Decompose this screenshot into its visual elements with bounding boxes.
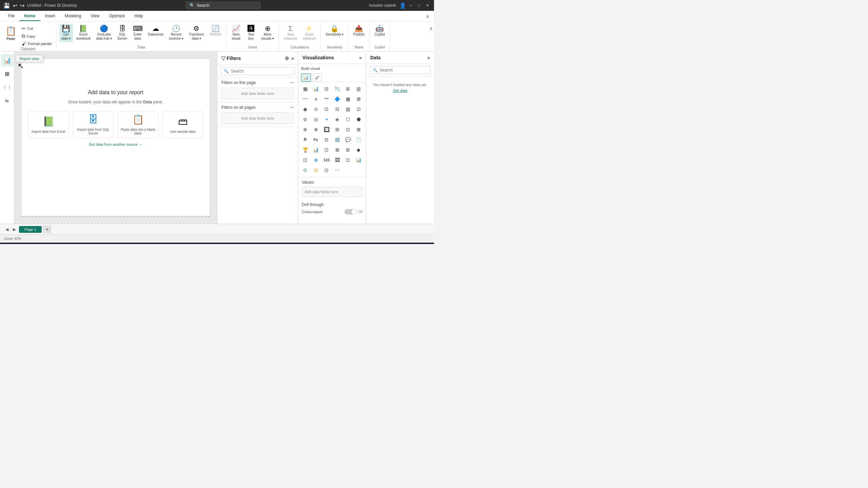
user-avatar-icon[interactable]: 👤 — [399, 2, 406, 9]
viz-custom1[interactable]: ⊡ — [322, 165, 331, 175]
cut-button[interactable]: ✂ Cut — [20, 25, 54, 32]
viz-globe[interactable]: ⊕ — [311, 155, 321, 165]
filter-options-icon[interactable]: ⚙ — [285, 56, 289, 61]
viz-donut[interactable]: ⊡ — [322, 104, 331, 114]
viz-filled-map[interactable]: ⊡ — [354, 104, 363, 114]
sidebar-item-dax[interactable]: fx — [1, 95, 13, 107]
publish-button[interactable]: 📤 Publish — [351, 24, 367, 38]
add-page-button[interactable]: + — [43, 225, 51, 233]
build-visual-tab-chart[interactable]: 📊 — [301, 74, 311, 82]
redo-icon[interactable]: ↪ — [20, 2, 24, 9]
minimize-button[interactable]: ─ — [410, 3, 414, 8]
more-visuals-button[interactable]: ⊕ Morevisuals ▾ — [259, 24, 276, 42]
viz-image[interactable]: 🖼 — [333, 155, 342, 165]
quick-measure-button[interactable]: ⚡ Quickmeasure — [300, 24, 318, 42]
viz-grid[interactable]: ⊡ — [343, 155, 353, 165]
ribbon-expand-icon[interactable]: ∧ — [428, 24, 434, 33]
sidebar-item-table[interactable]: ⊞ — [1, 68, 13, 80]
data-search-box[interactable]: 🔍 — [370, 66, 431, 74]
viz-histogram[interactable]: 📊 — [311, 145, 321, 155]
viz-stacked-col[interactable]: 📉 — [333, 84, 342, 94]
viz-treemap[interactable]: ⊟ — [333, 104, 342, 114]
title-search-box[interactable]: 🔍 Search — [186, 2, 260, 9]
save-icon[interactable]: 💾 — [3, 2, 10, 9]
viz-100-bar[interactable]: ⊟ — [322, 84, 331, 94]
tab-file[interactable]: File — [3, 12, 19, 21]
get-data-button[interactable]: 💾 Getdata ▾ — [59, 24, 73, 42]
transform-data-button[interactable]: ⚙ Transformdata ▾ — [187, 24, 206, 42]
viz-timeline[interactable]: ⊞ — [343, 145, 353, 155]
viz-narrativebi[interactable]: ⊟ — [322, 135, 331, 144]
viz-pie[interactable]: ⊙ — [311, 104, 321, 114]
viz-smart-narrative[interactable]: ⬡ — [343, 115, 353, 124]
filters-on-page-dropzone[interactable]: Add data fields here — [221, 88, 294, 99]
new-measure-button[interactable]: Σ Newmeasure — [282, 24, 299, 42]
copy-button[interactable]: ⧉ Copy — [20, 33, 54, 40]
filters-search-input[interactable] — [231, 69, 292, 74]
tab-view[interactable]: View — [86, 12, 104, 21]
viz-stacked-bar[interactable]: ▦ — [300, 84, 310, 94]
viz-paginated[interactable]: ⬟ — [354, 115, 363, 124]
paste-data-card[interactable]: 📋 Paste data into a blank table — [118, 111, 158, 138]
viz-kpi[interactable]: ⊞ — [333, 125, 342, 134]
collapse-ribbon-icon[interactable]: ∧ — [425, 12, 431, 20]
sql-server-button[interactable]: 🗄 SQLServer — [115, 24, 129, 42]
viz-scatter[interactable]: ◉ — [300, 104, 310, 114]
viz-ribbon[interactable]: 🔷 — [333, 94, 342, 104]
viz-clustered-col[interactable]: ⊞ — [343, 84, 353, 94]
filter-expand-icon[interactable]: » — [291, 56, 294, 61]
tab-help[interactable]: Help — [130, 12, 148, 21]
copilot-button[interactable]: 🤖 Copilot — [372, 24, 387, 38]
viz-azure-map[interactable]: ⊘ — [300, 115, 310, 124]
viz-zig[interactable]: ⊡ — [300, 155, 310, 165]
data-search-input[interactable] — [380, 68, 431, 73]
viz-card[interactable]: ⊗ — [311, 125, 321, 134]
undo-icon[interactable]: ↩ — [13, 2, 17, 9]
sample-data-card[interactable]: 🗃 Use sample data — [162, 111, 203, 138]
viz-qa[interactable]: ◈ — [333, 115, 342, 124]
viz-matrix[interactable]: ⊠ — [354, 125, 363, 134]
viz-area[interactable]: ∧ — [311, 94, 321, 104]
dataverse-button[interactable]: ☁ Dataverse — [146, 24, 166, 38]
viz-decomp-tree[interactable]: ◎ — [311, 115, 321, 124]
maximize-button[interactable]: □ — [418, 3, 422, 8]
viz-r-script[interactable]: R — [300, 135, 310, 144]
viz-line-col[interactable]: 〜 — [322, 94, 331, 104]
text-box-button[interactable]: 🅰 Textbox — [244, 24, 258, 42]
recent-sources-button[interactable]: 🕐 Recentsources ▾ — [167, 24, 185, 42]
sidebar-item-model[interactable]: ⋮⋮ — [1, 81, 13, 94]
viz-123[interactable]: 123 — [322, 155, 331, 165]
close-button[interactable]: ✕ — [426, 3, 431, 8]
filters-search-box[interactable]: 🔍 — [221, 67, 295, 75]
new-visual-button[interactable]: 📈 Newvisual — [229, 24, 243, 42]
viz-word-cloud[interactable]: 🔡 — [333, 135, 342, 144]
viz-map[interactable]: ▨ — [343, 104, 353, 114]
viz-circle[interactable]: ⊙ — [300, 165, 310, 175]
report-canvas[interactable]: Add data to your report Once loaded, you… — [21, 58, 210, 217]
viz-sunburst[interactable]: ⊟ — [311, 165, 321, 175]
enter-data-button[interactable]: ⌨ Enterdata — [131, 24, 145, 42]
values-dropzone[interactable]: Add data fields here — [302, 187, 362, 197]
refresh-button[interactable]: 🔄 Refresh — [208, 24, 223, 38]
data-panel-expand-icon[interactable]: » — [427, 55, 430, 60]
viz-sparkline[interactable]: 📊 — [354, 155, 363, 165]
viz-key-influencers[interactable]: 🔹 — [322, 115, 331, 124]
get-data-link-data[interactable]: Get data — [393, 88, 407, 93]
viz-tooltip[interactable]: 💬 — [343, 135, 353, 144]
viz-100-col[interactable]: ▥ — [354, 84, 363, 94]
import-excel-card[interactable]: 📗 Import data from Excel — [28, 111, 69, 138]
onelake-hub-button[interactable]: 🔵 OneLakedata hub ▾ — [94, 24, 114, 42]
filters-on-page-more-icon[interactable]: ⋯ — [290, 80, 294, 85]
page-next-button[interactable]: ▶ — [11, 226, 18, 233]
tab-modeling[interactable]: Modeling — [60, 12, 86, 21]
viz-funnel[interactable]: ⊠ — [354, 94, 363, 104]
viz-python[interactable]: Py — [311, 135, 321, 144]
import-sql-card[interactable]: 🗄 Import data from SQL Server — [73, 111, 114, 138]
format-painter-button[interactable]: 🖌 Format painter — [20, 40, 54, 47]
excel-workbook-button[interactable]: 📗 Excelworkbook — [74, 24, 93, 42]
viz-diamond[interactable]: ◆ — [354, 145, 363, 155]
viz-slicer[interactable]: ⊡ — [343, 125, 353, 134]
filters-on-all-dropzone[interactable]: Add data fields here — [221, 113, 294, 124]
tab-home[interactable]: Home — [19, 12, 40, 21]
viz-trophy[interactable]: 🏆 — [300, 145, 310, 155]
